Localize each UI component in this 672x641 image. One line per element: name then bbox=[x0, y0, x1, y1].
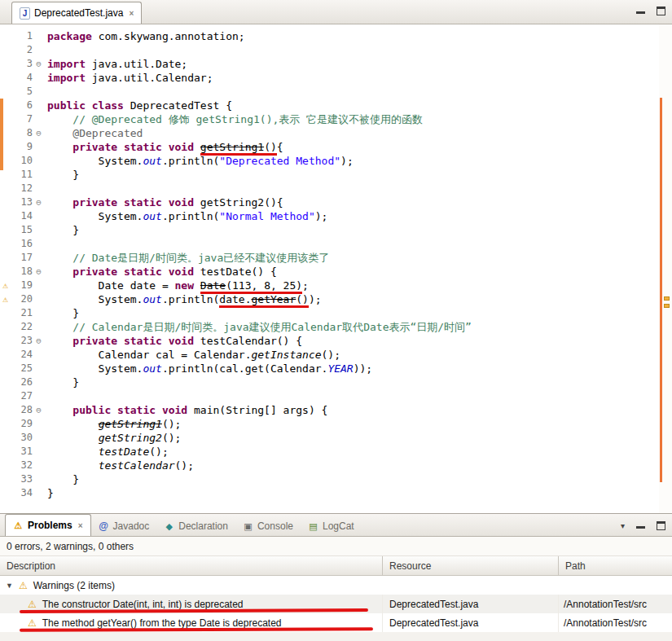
tab-console[interactable]: ▣Console bbox=[235, 516, 301, 536]
code-line[interactable]: 3⊖import java.util.Date; bbox=[0, 57, 659, 71]
maximize-icon[interactable] bbox=[657, 521, 665, 530]
column-header-description[interactable]: Description bbox=[0, 556, 383, 575]
line-number: 12 bbox=[11, 182, 33, 195]
console-icon: ▣ bbox=[243, 521, 253, 532]
code-text: Calendar cal = Calendar.getInstance(); bbox=[45, 348, 340, 362]
view-menu-icon[interactable]: ▾ bbox=[621, 521, 625, 530]
tab-label: Problems bbox=[28, 520, 72, 531]
tab-javadoc[interactable]: @Javadoc bbox=[91, 516, 157, 536]
close-icon[interactable]: × bbox=[129, 9, 134, 18]
code-text: private static void testCalendar() { bbox=[45, 334, 302, 348]
code-line[interactable]: 26 } bbox=[0, 375, 659, 389]
code-line[interactable]: 33 } bbox=[0, 472, 659, 486]
tab-declaration[interactable]: ◆Declaration bbox=[156, 516, 235, 536]
fold-column bbox=[33, 223, 45, 237]
problems-icon: ⚠ bbox=[13, 520, 24, 531]
tab-logcat[interactable]: ▤LogCat bbox=[301, 516, 362, 536]
line-number: 31 bbox=[11, 445, 33, 459]
ruler-warning-marker[interactable] bbox=[664, 296, 670, 301]
code-text: private static void getString2(){ bbox=[45, 195, 283, 209]
code-line[interactable]: 9 private static void getString1(){ bbox=[0, 140, 659, 154]
editor-window-buttons bbox=[636, 7, 665, 15]
code-line[interactable]: 13⊖ private static void getString2(){ bbox=[0, 195, 659, 209]
code-line[interactable]: 30 getString2(); bbox=[0, 431, 659, 445]
warning-marker-icon[interactable]: ⚠ bbox=[0, 279, 11, 292]
code-line[interactable]: 25 System.out.println(cal.get(Calendar.Y… bbox=[0, 362, 659, 375]
code-line[interactable]: 29 getString1(); bbox=[0, 417, 659, 431]
code-line[interactable]: 12 bbox=[0, 182, 659, 195]
fold-collapse-icon[interactable]: ⊖ bbox=[33, 334, 45, 348]
code-line[interactable]: 5 bbox=[0, 85, 659, 99]
code-text bbox=[45, 237, 47, 251]
code-text bbox=[45, 182, 47, 195]
line-number: 34 bbox=[11, 486, 33, 500]
code-line[interactable]: 22 // Calendar是日期/时间类。java建议使用Calendar取代… bbox=[0, 320, 659, 334]
code-line[interactable]: 14 System.out.println("Normal Method"); bbox=[0, 209, 659, 223]
line-number: 22 bbox=[11, 320, 33, 334]
code-text: } bbox=[45, 168, 79, 182]
line-number: 14 bbox=[11, 209, 33, 223]
expander-icon[interactable]: ▼ bbox=[6, 582, 13, 590]
java-file-icon: J bbox=[20, 7, 30, 20]
close-icon[interactable]: × bbox=[78, 521, 83, 530]
warning-marker-icon[interactable]: ⚠ bbox=[0, 292, 11, 306]
code-text: Date date = new Date(113, 8, 25); bbox=[45, 279, 309, 292]
resource-cell: DeprecatedTest.java bbox=[383, 613, 559, 632]
line-number: 30 bbox=[11, 431, 33, 445]
code-line[interactable]: 32 testCalendar(); bbox=[0, 459, 659, 472]
code-lines[interactable]: 1package com.skywang.annotation;23⊖impor… bbox=[0, 24, 659, 513]
maximize-icon[interactable] bbox=[657, 7, 665, 15]
minimize-icon[interactable] bbox=[636, 521, 645, 530]
editor-tab-title: DeprecatedTest.java bbox=[34, 7, 123, 19]
code-line[interactable]: 27 bbox=[0, 389, 659, 403]
editor-tab-deprecatedtest[interactable]: J DeprecatedTest.java × bbox=[11, 2, 142, 24]
code-line[interactable]: 24 Calendar cal = Calendar.getInstance()… bbox=[0, 348, 659, 362]
code-line[interactable]: 23⊖ private static void testCalendar() { bbox=[0, 334, 659, 348]
code-line[interactable]: ⚠19 Date date = new Date(113, 8, 25); bbox=[0, 279, 659, 292]
marker-column bbox=[0, 223, 11, 237]
code-line[interactable]: 11 } bbox=[0, 168, 659, 182]
path-cell: /AnnotationTest/src bbox=[559, 595, 672, 613]
column-header-path[interactable]: Path bbox=[559, 556, 672, 575]
warnings-group-row[interactable]: ▼⚠Warnings (2 items) bbox=[0, 576, 672, 595]
fold-collapse-icon[interactable]: ⊖ bbox=[33, 57, 45, 71]
fold-collapse-icon[interactable]: ⊖ bbox=[33, 403, 45, 417]
line-number: 4 bbox=[11, 71, 33, 85]
code-line[interactable]: ⚠20 System.out.println(date.getYear()); bbox=[0, 292, 659, 306]
ruler-warning-marker[interactable] bbox=[664, 304, 670, 308]
code-line[interactable]: 16 bbox=[0, 237, 659, 251]
code-line[interactable]: 6public class DeprecatedTest { bbox=[0, 99, 659, 112]
fold-column bbox=[33, 417, 45, 431]
minimize-icon[interactable] bbox=[636, 7, 645, 15]
code-line[interactable]: 34} bbox=[0, 486, 659, 500]
code-line[interactable]: 18⊖ private static void testDate() { bbox=[0, 265, 659, 279]
column-header-resource[interactable]: Resource bbox=[383, 556, 559, 575]
code-line[interactable]: 10 System.out.println("Deprecated Method… bbox=[0, 154, 659, 168]
code-line[interactable]: 8⊖ @Deprecated bbox=[0, 126, 659, 140]
code-text: System.out.println("Deprecated Method"); bbox=[45, 154, 354, 168]
fold-column bbox=[33, 99, 45, 112]
code-line[interactable]: 1package com.skywang.annotation; bbox=[0, 29, 659, 43]
fold-column bbox=[33, 279, 45, 292]
fold-collapse-icon[interactable]: ⊖ bbox=[33, 195, 45, 209]
code-line[interactable]: 17 // Date是日期/时间类。java已经不建议使用该类了 bbox=[0, 251, 659, 265]
editor-tabbar: J DeprecatedTest.java × bbox=[0, 0, 672, 24]
code-line[interactable]: 4import java.util.Calendar; bbox=[0, 71, 659, 85]
code-text: } bbox=[45, 375, 79, 389]
code-line[interactable]: 7 // @Deprecated 修饰 getString1(),表示 它是建议… bbox=[0, 112, 659, 126]
code-text: } bbox=[45, 223, 79, 237]
fold-column bbox=[33, 431, 45, 445]
line-number: 21 bbox=[11, 306, 33, 320]
code-editor[interactable]: 1package com.skywang.annotation;23⊖impor… bbox=[0, 24, 672, 513]
code-line[interactable]: 2 bbox=[0, 43, 659, 57]
code-line[interactable]: 21 } bbox=[0, 306, 659, 320]
code-line[interactable]: 15 } bbox=[0, 223, 659, 237]
code-line[interactable]: 28⊖ public static void main(String[] arg… bbox=[0, 403, 659, 417]
problem-description: The method getYear() from the type Date … bbox=[42, 617, 282, 629]
fold-collapse-icon[interactable]: ⊖ bbox=[33, 126, 45, 140]
code-line[interactable]: 31 testDate(); bbox=[0, 445, 659, 459]
tab-problems[interactable]: ⚠Problems× bbox=[5, 514, 91, 536]
fold-collapse-icon[interactable]: ⊖ bbox=[33, 265, 45, 279]
line-number: 6 bbox=[11, 99, 33, 112]
fold-column bbox=[33, 71, 45, 85]
